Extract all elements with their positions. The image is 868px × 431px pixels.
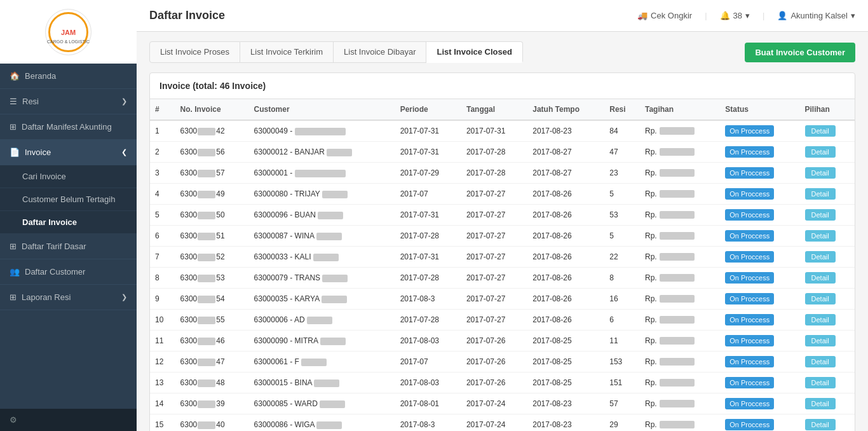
invoice-table: # No. Invoice Customer Periode Tanggal J… xyxy=(150,99,855,431)
sidebar-item-laporan[interactable]: ⊞ Laporan Resi ❯ xyxy=(0,285,137,310)
cek-ongkir-link[interactable]: 🚚 Cek Ongkir xyxy=(637,11,692,20)
sidebar-item-beranda[interactable]: 🏠 Beranda xyxy=(0,64,137,89)
cell-no-invoice: 630042 xyxy=(175,120,249,142)
cell-resi: 16 xyxy=(604,289,640,310)
sidebar-item-customer[interactable]: 👥 Daftar Customer xyxy=(0,259,137,285)
detail-button[interactable]: Detail xyxy=(805,230,836,242)
table-row: 2 630056 63000012 - BANJAR 2017-07-31 20… xyxy=(150,142,855,163)
cell-status: On Proccess xyxy=(720,289,799,310)
detail-button[interactable]: Detail xyxy=(805,419,836,430)
cell-no-invoice: 630054 xyxy=(175,289,249,310)
notifications-bell[interactable]: 🔔 38 ▾ xyxy=(720,11,750,20)
cell-tagihan: Rp. xyxy=(640,226,720,247)
cell-tagihan: Rp. xyxy=(640,414,720,432)
cell-status: On Proccess xyxy=(720,120,799,142)
cell-no-invoice: 630040 xyxy=(175,414,249,432)
tab-dibayar[interactable]: List Invoice Dibayar xyxy=(334,41,426,63)
user-menu[interactable]: 👤 Akunting Kalsel ▾ xyxy=(777,11,855,20)
tab-proses[interactable]: List Invoice Proses xyxy=(149,41,240,63)
status-badge: On Proccess xyxy=(725,125,774,137)
cell-customer: 63000033 - KALI xyxy=(249,247,395,268)
sidebar-label-invoice: Invoice xyxy=(25,147,51,157)
cell-tagihan: Rp. xyxy=(640,247,720,268)
cell-pilihan: Detail xyxy=(800,226,855,247)
sidebar-subitem-cari-invoice[interactable]: Cari Invoice xyxy=(0,165,137,188)
cell-tanggal: 2017-07-27 xyxy=(461,184,527,205)
tabs-row: List Invoice Proses List Invoice Terkiri… xyxy=(149,41,855,63)
daftar-invoice-label: Daftar Invoice xyxy=(22,217,77,227)
cell-tanggal: 2017-07-26 xyxy=(461,331,527,352)
cell-tagihan: Rp. xyxy=(640,331,720,352)
cell-periode: 2017-07-31 xyxy=(395,120,461,142)
table-row: 11 630046 63000090 - MITRA 2017-08-03 20… xyxy=(150,331,855,352)
detail-button[interactable]: Detail xyxy=(805,125,836,137)
detail-button[interactable]: Detail xyxy=(805,335,836,346)
tarif-icon: ⊞ xyxy=(10,242,17,251)
col-status: Status xyxy=(720,99,799,120)
status-badge: On Proccess xyxy=(725,335,774,346)
cell-no-invoice: 630046 xyxy=(175,331,249,352)
buat-invoice-button[interactable]: Buat Invoice Customer xyxy=(745,43,855,62)
detail-button[interactable]: Detail xyxy=(805,209,836,221)
cell-tanggal: 2017-07-27 xyxy=(461,289,527,310)
chevron-right-icon: ❯ xyxy=(121,97,127,106)
detail-button[interactable]: Detail xyxy=(805,146,836,158)
table-row: 5 630050 63000096 - BUAN 2017-07-31 2017… xyxy=(150,205,855,226)
customer-icon: 👥 xyxy=(10,267,20,277)
cell-pilihan: Detail xyxy=(800,247,855,268)
cell-tanggal: 2017-07-27 xyxy=(461,247,527,268)
cell-customer: 63000085 - WARD xyxy=(249,393,395,414)
sidebar-item-manifest[interactable]: ⊞ Daftar Manifest Akunting xyxy=(0,114,137,140)
resi-icon: ☰ xyxy=(10,97,17,106)
cell-jatuh-tempo: 2017-08-26 xyxy=(527,268,604,289)
sidebar-item-tarif[interactable]: ⊞ Daftar Tarif Dasar xyxy=(0,234,137,259)
cell-no-invoice: 630049 xyxy=(175,184,249,205)
cell-pilihan: Detail xyxy=(800,310,855,331)
cell-periode: 2017-07 xyxy=(395,184,461,205)
cell-pilihan: Detail xyxy=(800,373,855,393)
table-header-row: # No. Invoice Customer Periode Tanggal J… xyxy=(150,99,855,120)
cell-resi: 57 xyxy=(604,393,640,414)
status-badge: On Proccess xyxy=(725,314,774,325)
detail-button[interactable]: Detail xyxy=(805,188,836,200)
cell-no: 9 xyxy=(150,289,175,310)
table-row: 3 630057 63000001 - 2017-07-29 2017-07-2… xyxy=(150,163,855,184)
sidebar-subitem-daftar-invoice[interactable]: Daftar Invoice xyxy=(0,211,137,234)
sidebar-item-resi[interactable]: ☰ Resi ❯ xyxy=(0,89,137,114)
chevron-down-user: ▾ xyxy=(851,11,855,20)
sidebar-item-invoice[interactable]: 📄 Invoice ❮ xyxy=(0,140,137,165)
cell-status: On Proccess xyxy=(720,331,799,352)
cell-periode: 2017-08-3 xyxy=(395,414,461,432)
detail-button[interactable]: Detail xyxy=(805,314,836,325)
cell-no: 6 xyxy=(150,226,175,247)
detail-button[interactable]: Detail xyxy=(805,377,836,388)
cell-tanggal: 2017-07-27 xyxy=(461,205,527,226)
cell-periode: 2017-07-31 xyxy=(395,142,461,163)
cell-customer: 63000061 - F xyxy=(249,352,395,373)
cell-periode: 2017-08-3 xyxy=(395,289,461,310)
cari-invoice-label: Cari Invoice xyxy=(22,172,66,181)
manifest-icon: ⊞ xyxy=(10,122,17,132)
col-resi: Resi xyxy=(604,99,640,120)
tab-terkirim[interactable]: List Invoice Terkirim xyxy=(240,41,334,63)
cell-tagihan: Rp. xyxy=(640,205,720,226)
cell-jatuh-tempo: 2017-08-26 xyxy=(527,184,604,205)
detail-button[interactable]: Detail xyxy=(805,272,836,284)
detail-button[interactable]: Detail xyxy=(805,293,836,304)
status-badge: On Proccess xyxy=(725,419,774,430)
sidebar-logo: JAM CARGO & LOGISTIC xyxy=(0,0,137,64)
cell-periode: 2017-07-31 xyxy=(395,205,461,226)
sidebar-subitem-customer-belum[interactable]: Customer Belum Tertagih xyxy=(0,188,137,211)
page-title: Daftar Invoice xyxy=(149,9,225,22)
main-content: Daftar Invoice 🚚 Cek Ongkir | 🔔 38 ▾ | 👤… xyxy=(137,0,868,431)
detail-button[interactable]: Detail xyxy=(805,356,836,367)
chevron-right-icon-laporan: ❯ xyxy=(121,293,127,301)
tab-closed[interactable]: List Invoice Closed xyxy=(426,41,522,63)
cell-tagihan: Rp. xyxy=(640,142,720,163)
detail-button[interactable]: Detail xyxy=(805,251,836,263)
detail-button[interactable]: Detail xyxy=(805,167,836,179)
detail-button[interactable]: Detail xyxy=(805,398,836,409)
cell-tanggal: 2017-07-24 xyxy=(461,414,527,432)
cell-tagihan: Rp. xyxy=(640,373,720,393)
cell-resi: 29 xyxy=(604,414,640,432)
